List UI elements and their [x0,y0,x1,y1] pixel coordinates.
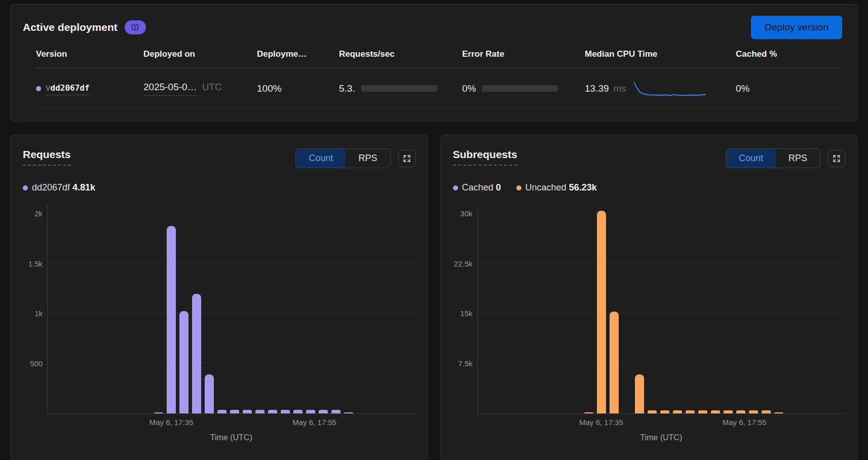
bar [331,410,341,413]
gridline [478,213,846,213]
active-deployment-title: Active deployment [23,21,118,33]
bar [243,410,252,413]
version-link[interactable]: vdd2067df [46,82,90,95]
x-tick-label: May 6, 17:35 [149,418,194,427]
chart-plot: 7.5k15k22.5k30kMay 6, 17:35May 6, 17:55 [477,205,846,414]
docs-badge-button[interactable] [125,20,146,34]
y-tick-label: 2k [34,209,43,217]
gridline [478,363,846,363]
y-tick-label: 500 [30,359,43,368]
toggle-option-count[interactable]: Count [296,149,346,168]
bar [192,294,201,413]
bar [648,410,657,413]
chart-plot: 5001k1.5k2kMay 6, 17:35May 6, 17:55 [47,205,416,414]
legend-label: dd2067df 4.81k [32,182,95,193]
bar [610,312,619,413]
count-rps-toggle: CountRPS [726,148,820,168]
bar [293,410,303,413]
requests-per-sec-value: 5.3. [339,83,355,94]
bar [584,412,593,413]
legend-dot [453,185,458,190]
bar [268,410,277,413]
cached-percent: 0% [736,83,842,94]
gridline [48,313,416,313]
version-prefix: v [46,82,51,93]
requests-per-sec-meter [361,85,437,92]
bar [635,374,644,413]
legend-item[interactable]: Cached 0 [453,182,501,193]
bar [154,412,163,413]
bar [344,412,353,413]
bar [724,410,733,413]
gridline [48,263,416,263]
expand-button[interactable] [828,150,845,167]
legend-label: Uncached 56.23k [525,182,597,193]
x-tick-label: May 6, 17:35 [579,418,623,427]
y-tick-label: 30k [460,209,472,217]
gridline [478,263,846,263]
column-header: Version [36,49,143,59]
legend-dot [23,185,28,190]
chart-legend: Cached 0Uncached 56.23k [453,182,846,193]
version-id: dd2067df [51,83,90,93]
expand-icon [833,155,841,163]
deploy-version-button[interactable]: Deploy version [751,16,842,39]
cpu-time-value: 13.39 [585,83,609,94]
bar [230,410,239,413]
error-rate-meter [482,85,558,92]
requests-panel: Requests CountRPS dd2067df 4.81k 5001k1.… [10,135,428,460]
toggle-option-rps[interactable]: RPS [346,149,390,168]
timezone-label: UTC [202,82,222,93]
toggle-option-count[interactable]: Count [726,149,776,168]
bar [736,410,745,413]
x-axis-title: Time (UTC) [47,433,416,442]
column-header: Deployme… [257,49,339,59]
error-rate-value: 0% [462,83,476,94]
column-header: Requests/sec [339,49,462,59]
deployment-row: vdd2067df 2025-05-0… UTC 100% 5.3. 0% 13… [36,68,842,109]
bar [774,412,783,413]
bar [306,410,315,413]
table-header-row: VersionDeployed onDeployme…Requests/secE… [36,49,842,68]
cpu-time-unit: ms [614,83,626,94]
bar [281,410,290,413]
legend-item[interactable]: Uncached 56.23k [516,182,597,193]
legend-item[interactable]: dd2067df 4.81k [23,182,95,193]
bar [673,410,682,413]
chart-title: Requests [23,148,71,166]
chart-legend: dd2067df 4.81k [23,182,416,193]
legend-dot [516,185,521,190]
book-icon [131,23,139,32]
deployment-percent: 100% [257,83,339,94]
subrequests-panel: Subrequests CountRPS Cached 0Uncached 56… [440,135,858,460]
cpu-sparkline [634,81,706,97]
bar [179,311,188,413]
toggle-option-rps[interactable]: RPS [776,149,820,168]
bar [660,410,669,413]
legend-value: 0 [496,182,501,193]
bar [749,410,758,413]
y-tick-label: 7.5k [458,359,472,368]
bar [686,410,695,413]
deployed-on-value[interactable]: 2025-05-0… [143,82,197,96]
column-header: Median CPU Time [585,49,736,59]
column-header: Deployed on [143,49,257,59]
version-dot [36,86,41,91]
gridline [48,213,416,213]
bar [711,410,720,413]
bar [205,374,214,413]
bar [698,410,707,413]
y-tick-label: 1.5k [28,259,43,267]
deployments-table: VersionDeployed onDeployme…Requests/secE… [36,49,842,109]
bar [762,410,771,413]
column-header: Error Rate [462,49,585,59]
active-deployment-panel: Active deployment Deploy version Version… [10,4,858,122]
chart-title: Subrequests [453,148,517,166]
y-tick-label: 15k [460,309,472,318]
chart-area: 5001k1.5k2kMay 6, 17:35May 6, 17:55 Time… [23,205,416,442]
expand-icon [403,155,411,163]
expand-button[interactable] [398,150,416,167]
bar [255,410,265,413]
bar [217,410,227,413]
chart-area: 7.5k15k22.5k30kMay 6, 17:35May 6, 17:55 … [453,205,846,442]
